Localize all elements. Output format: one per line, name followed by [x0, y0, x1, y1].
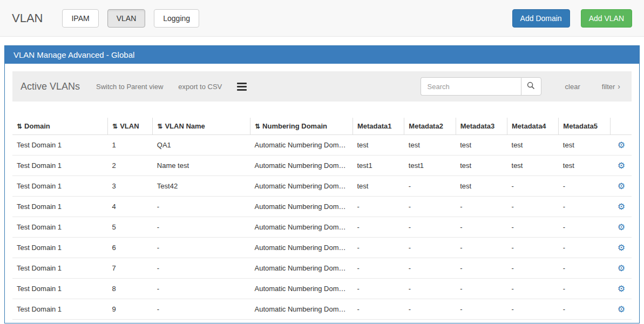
table-row: Test Domain 17-Automatic Numbering Doma……	[12, 258, 632, 279]
table-cell: test	[507, 156, 559, 176]
table-row: Test Domain 11QA1Automatic Numbering Dom…	[12, 135, 632, 156]
table-cell: 7	[108, 258, 153, 279]
tab-ipam[interactable]: IPAM	[62, 9, 98, 28]
column-label: VLAN Name	[165, 122, 205, 130]
actions-cell: ⚙	[610, 299, 632, 320]
table-cell: 3	[108, 176, 153, 197]
table-header-row: ⇅Domain⇅VLAN⇅VLAN Name⇅Numbering DomainM…	[12, 118, 632, 135]
table-body: Test Domain 11QA1Automatic Numbering Dom…	[12, 135, 632, 324]
gear-icon[interactable]: ⚙	[618, 140, 625, 150]
topbar: VLAN IPAM VLAN Logging Add Domain Add VL…	[0, 0, 644, 37]
actions-cell: ⚙	[610, 320, 632, 324]
table-row: Test Domain 18-Automatic Numbering Doma……	[12, 279, 632, 299]
table-cell: -	[404, 320, 456, 324]
table-cell: test1	[404, 156, 456, 176]
sort-icon: ⇅	[157, 123, 162, 130]
gear-icon[interactable]: ⚙	[618, 222, 625, 232]
table-cell: test	[352, 135, 404, 156]
table-row: Test Domain 14-Automatic Numbering Doma……	[12, 197, 632, 217]
actions-cell: ⚙	[610, 135, 632, 156]
table-cell: -	[559, 279, 610, 299]
page-title: VLAN	[12, 11, 43, 25]
table-cell: Automatic Numbering Doma…	[250, 279, 352, 299]
table-cell: test	[352, 176, 404, 197]
sort-icon: ⇅	[17, 123, 22, 130]
table-cell: -	[456, 299, 507, 320]
column-header-vlan-name[interactable]: ⇅VLAN Name	[153, 118, 250, 135]
table-cell: test	[559, 156, 610, 176]
table-cell: -	[507, 320, 559, 324]
table-row: Test Domain 19-Automatic Numbering Doma……	[12, 299, 632, 320]
table-cell: 4	[108, 197, 153, 217]
toolbar: Active VLANs Switch to Parent view expor…	[12, 71, 632, 102]
column-label: Numbering Domain	[262, 122, 327, 130]
table-cell: -	[404, 279, 456, 299]
table-cell: -	[153, 238, 250, 258]
column-label: Metadata1	[357, 122, 392, 130]
column-header-metadata1: Metadata1	[352, 118, 404, 135]
add-domain-button[interactable]: Add Domain	[512, 9, 570, 28]
tab-vlan[interactable]: VLAN	[107, 9, 146, 28]
gear-icon[interactable]: ⚙	[618, 284, 625, 293]
table-cell: -	[559, 176, 610, 197]
gear-icon[interactable]: ⚙	[618, 181, 625, 191]
table-cell: Test42	[153, 176, 250, 197]
table-cell: QA1	[153, 135, 250, 156]
table-cell: Automatic Numbering Doma…	[250, 238, 352, 258]
table-cell: -	[559, 320, 610, 324]
actions-cell: ⚙	[610, 197, 632, 217]
table-row: Test Domain 13Test42Automatic Numbering …	[12, 176, 632, 197]
menu-icon[interactable]	[237, 81, 247, 92]
gear-icon[interactable]: ⚙	[618, 243, 625, 252]
filter-link[interactable]: filter›	[602, 82, 620, 91]
table-cell: -	[153, 217, 250, 238]
gear-icon[interactable]: ⚙	[618, 305, 625, 314]
column-label: Metadata3	[460, 122, 495, 130]
search-icon	[527, 82, 535, 91]
search-button[interactable]	[521, 77, 541, 96]
gear-icon[interactable]: ⚙	[618, 264, 625, 273]
gear-icon[interactable]: ⚙	[618, 161, 625, 170]
tab-logging[interactable]: Logging	[154, 9, 199, 28]
column-header-domain[interactable]: ⇅Domain	[12, 118, 108, 135]
table-cell: Automatic Numbering Doma…	[250, 176, 352, 197]
toolbar-right: clear filter›	[421, 77, 623, 96]
table-cell: -	[507, 197, 559, 217]
add-vlan-button[interactable]: Add VLAN	[581, 9, 632, 28]
table-cell: Automatic Numbering Doma…	[250, 156, 352, 176]
table-cell: -	[404, 197, 456, 217]
table-cell: -	[352, 299, 404, 320]
table-cell: Automatic Numbering Doma…	[250, 217, 352, 238]
search-group	[421, 77, 541, 96]
table-cell: -	[507, 299, 559, 320]
table-row: Test Domain 110-Automatic Numbering Doma…	[12, 320, 632, 324]
table-cell: 9	[108, 299, 153, 320]
column-header-actions	[610, 118, 632, 135]
search-input[interactable]	[421, 77, 521, 96]
table-cell: test	[507, 135, 559, 156]
column-header-numbering-domain[interactable]: ⇅Numbering Domain	[250, 118, 352, 135]
topbar-actions: Add Domain Add VLAN	[512, 9, 632, 28]
column-header-metadata5: Metadata5	[559, 118, 610, 135]
export-csv-link[interactable]: export to CSV	[178, 83, 222, 91]
sort-icon: ⇅	[112, 123, 118, 130]
column-header-vlan[interactable]: ⇅VLAN	[108, 118, 153, 135]
table-cell: -	[559, 238, 610, 258]
table-cell: -	[559, 299, 610, 320]
column-label: Domain	[24, 122, 50, 130]
gear-icon[interactable]: ⚙	[618, 202, 625, 211]
table-cell: test	[456, 135, 507, 156]
table-cell: -	[352, 279, 404, 299]
table-cell: 6	[108, 238, 153, 258]
switch-parent-view-link[interactable]: Switch to Parent view	[96, 83, 163, 91]
table-cell: -	[404, 258, 456, 279]
table-cell: Automatic Numbering Doma…	[250, 258, 352, 279]
clear-link[interactable]: clear	[565, 83, 580, 91]
table-cell: -	[404, 176, 456, 197]
table-cell: Test Domain 1	[12, 320, 108, 324]
table-cell: -	[352, 258, 404, 279]
table-cell: 2	[108, 156, 153, 176]
table-cell: 5	[108, 217, 153, 238]
table-cell: -	[153, 197, 250, 217]
column-label: VLAN	[120, 122, 139, 130]
